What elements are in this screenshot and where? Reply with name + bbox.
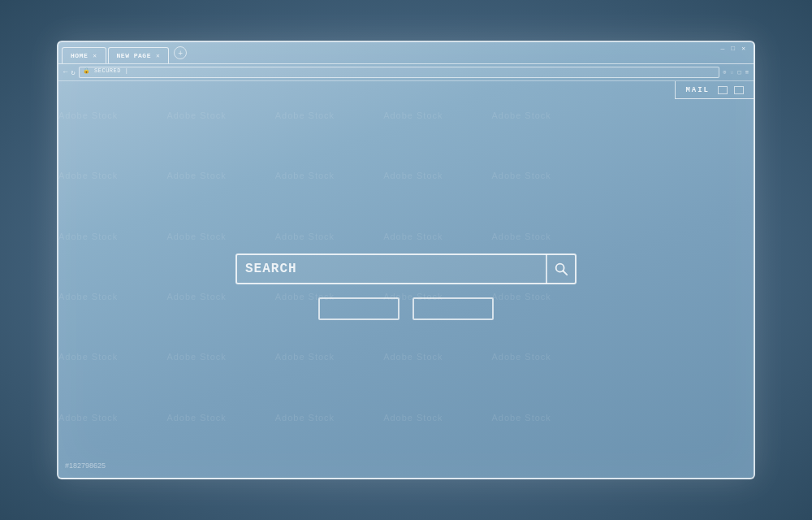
mail-tab-label: MAIL — [685, 86, 710, 94]
search-label: SEARCH — [245, 262, 546, 276]
bookmark-icon[interactable]: ⊙ — [723, 69, 726, 76]
cast-icon[interactable]: □ — [738, 69, 741, 76]
minimize-button[interactable]: — — [721, 46, 725, 52]
mail-minimize-button[interactable] — [718, 86, 728, 94]
tab-home-label: HOME — [71, 52, 88, 59]
mail-tab[interactable]: MAIL — [675, 81, 754, 99]
svg-line-1 — [563, 271, 567, 275]
tab-new-page-label: NEW PAGE — [117, 52, 151, 59]
menu-icon[interactable]: ≡ — [745, 69, 749, 76]
tab-home[interactable]: HOME ✕ — [62, 47, 106, 63]
tab-new-page-close[interactable]: ✕ — [156, 52, 160, 59]
search-button-2[interactable] — [412, 297, 494, 320]
tab-new-page[interactable]: NEW PAGE ✕ — [108, 47, 170, 63]
maximize-button[interactable]: □ — [731, 46, 735, 52]
window-controls: — □ ✕ — [721, 46, 745, 52]
url-field[interactable]: 🔒 SECURED | — [79, 67, 719, 78]
tab-bar: — □ ✕ HOME ✕ NEW PAGE ✕ + — [58, 42, 754, 63]
search-buttons — [318, 297, 494, 320]
url-text: SECURED | — [94, 67, 128, 74]
search-bar[interactable]: SEARCH — [235, 254, 577, 284]
main-content: SEARCH — [58, 81, 754, 476]
content-area: Adobe StockAdobe StockAdobe StockAdobe S… — [58, 81, 754, 476]
address-icons: ⊙ ☆ □ ≡ — [723, 69, 749, 76]
mail-maximize-button[interactable] — [734, 86, 744, 94]
lock-icon: 🔒 — [83, 67, 91, 74]
star-icon[interactable]: ☆ — [730, 69, 733, 76]
address-bar: ← ↻ 🔒 SECURED | ⊙ ☆ □ ≡ — [58, 63, 754, 81]
browser-window: — □ ✕ HOME ✕ NEW PAGE ✕ + ← ↻ 🔒 SECURED … — [57, 41, 755, 479]
back-button[interactable]: ← — [63, 68, 67, 76]
tab-home-close[interactable]: ✕ — [93, 52, 97, 59]
search-icon-button[interactable] — [546, 254, 575, 284]
mail-tab-buttons — [718, 86, 744, 94]
search-button-1[interactable] — [318, 297, 400, 320]
reload-button[interactable]: ↻ — [71, 68, 75, 77]
search-icon — [554, 262, 568, 276]
new-tab-button[interactable]: + — [174, 46, 187, 59]
close-button[interactable]: ✕ — [741, 46, 745, 52]
image-id: #182798625 — [65, 462, 106, 470]
